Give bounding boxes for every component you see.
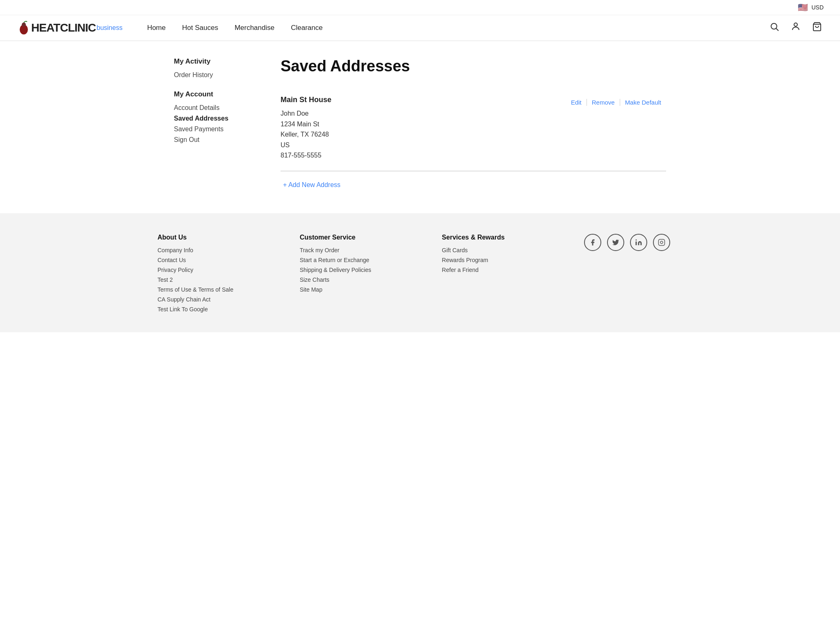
address-card-main-st-house: Main St House John Doe 1234 Main St Kell… [281, 87, 666, 171]
footer-link-refer-friend[interactable]: Refer a Friend [442, 267, 572, 273]
sidebar-item-account-details[interactable]: Account Details [174, 103, 252, 113]
facebook-icon[interactable] [584, 234, 601, 251]
footer-link-shipping[interactable]: Shipping & Delivery Policies [300, 267, 430, 273]
top-bar: 🇺🇸 USD [0, 0, 840, 15]
address-line3: Keller, TX 76248 [281, 129, 331, 140]
address-line2: 1234 Main St [281, 119, 331, 130]
footer-link-gift-cards[interactable]: Gift Cards [442, 247, 572, 253]
footer-services-title: Services & Rewards [442, 234, 572, 241]
footer-col-services: Services & Rewards Gift Cards Rewards Pr… [442, 234, 584, 316]
sidebar-section-my-activity: My Activity [174, 57, 252, 66]
address-divider [281, 171, 666, 171]
footer-link-contact-us[interactable]: Contact Us [158, 257, 288, 263]
add-address-label: + Add New Address [283, 181, 340, 189]
sidebar-item-saved-addresses[interactable]: Saved Addresses [174, 113, 252, 124]
flag-icon: 🇺🇸 [798, 2, 808, 12]
add-new-address-link[interactable]: + Add New Address [281, 181, 666, 189]
svg-rect-7 [659, 239, 665, 245]
footer-link-size-charts[interactable]: Size Charts [300, 276, 430, 283]
pepper-logo-icon [17, 21, 30, 35]
footer-customer-service-title: Customer Service [300, 234, 430, 241]
address-line1: John Doe [281, 108, 331, 119]
sidebar-item-saved-payments[interactable]: Saved Payments [174, 124, 252, 135]
social-icons [584, 234, 670, 251]
address-actions: Edit Remove Make Default [571, 99, 666, 106]
main-content: Saved Addresses Main St House John Doe 1… [264, 57, 666, 189]
sidebar-section-my-account: My Account [174, 90, 252, 98]
logo-business: business [96, 24, 122, 32]
footer-col-social [584, 234, 682, 316]
logo-heat: HEAT [31, 21, 60, 34]
footer-link-rewards[interactable]: Rewards Program [442, 257, 572, 263]
footer-link-site-map[interactable]: Site Map [300, 286, 430, 293]
footer: About Us Company Info Contact Us Privacy… [0, 213, 840, 332]
currency-label: USD [811, 4, 824, 11]
footer-inner: About Us Company Info Contact Us Privacy… [158, 234, 682, 316]
footer-link-google[interactable]: Test Link To Google [158, 306, 288, 313]
sidebar-item-sign-out[interactable]: Sign Out [174, 135, 252, 145]
footer-about-title: About Us [158, 234, 288, 241]
nav-hot-sauces[interactable]: Hot Sauces [182, 24, 218, 32]
footer-link-ca-supply[interactable]: CA Supply Chain Act [158, 296, 288, 303]
svg-point-1 [22, 23, 26, 27]
logo[interactable]: HEAT CLINIC business [16, 21, 123, 35]
main-container: My Activity Order History My Account Acc… [158, 41, 682, 213]
linkedin-icon[interactable] [630, 234, 647, 251]
search-button[interactable] [768, 20, 781, 36]
footer-col-customer-service: Customer Service Track my Order Start a … [300, 234, 442, 316]
footer-link-company-info[interactable]: Company Info [158, 247, 288, 253]
page-title: Saved Addresses [281, 57, 666, 75]
search-icon [769, 22, 779, 32]
footer-link-track-order[interactable]: Track my Order [300, 247, 430, 253]
cart-icon [812, 22, 822, 32]
edit-address-link[interactable]: Edit [571, 99, 587, 106]
nav-merchandise[interactable]: Merchandise [235, 24, 274, 32]
make-default-address-link[interactable]: Make Default [620, 99, 666, 106]
address-phone: 817-555-5555 [281, 150, 331, 161]
svg-point-2 [771, 23, 777, 29]
footer-link-terms[interactable]: Terms of Use & Terms of Sale [158, 286, 288, 293]
main-nav: Home Hot Sauces Merchandise Clearance [147, 24, 768, 32]
footer-link-return-exchange[interactable]: Start a Return or Exchange [300, 257, 430, 263]
cart-button[interactable] [810, 20, 824, 36]
address-name: Main St House [281, 96, 331, 104]
footer-link-privacy-policy[interactable]: Privacy Policy [158, 267, 288, 273]
twitter-icon[interactable] [607, 234, 624, 251]
sidebar: My Activity Order History My Account Acc… [174, 57, 264, 189]
user-icon [791, 22, 801, 32]
footer-link-test2[interactable]: Test 2 [158, 276, 288, 283]
account-button[interactable] [789, 20, 802, 36]
nav-clearance[interactable]: Clearance [291, 24, 323, 32]
remove-address-link[interactable]: Remove [587, 99, 620, 106]
instagram-icon[interactable] [653, 234, 670, 251]
sidebar-item-order-history[interactable]: Order History [174, 70, 252, 80]
nav-home[interactable]: Home [147, 24, 166, 32]
address-line4: US [281, 140, 331, 151]
svg-point-6 [636, 239, 637, 240]
header: HEAT CLINIC business Home Hot Sauces Mer… [0, 15, 840, 41]
footer-col-about: About Us Company Info Contact Us Privacy… [158, 234, 300, 316]
svg-point-4 [794, 23, 797, 26]
header-icons [768, 20, 824, 36]
logo-clinic: CLINIC [60, 21, 96, 34]
svg-line-3 [776, 29, 779, 31]
address-details: Main St House John Doe 1234 Main St Kell… [281, 96, 331, 161]
